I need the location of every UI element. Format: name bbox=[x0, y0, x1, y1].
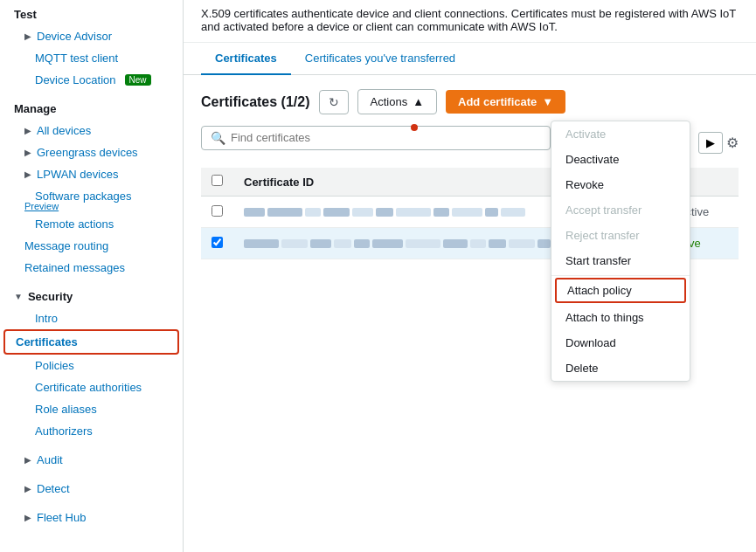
sidebar-item-remote-actions[interactable]: Remote actions bbox=[0, 213, 183, 235]
refresh-button[interactable]: ↻ bbox=[319, 90, 349, 114]
dropdown-item-attach-things[interactable]: Attach to things bbox=[551, 305, 690, 330]
cert-block bbox=[485, 208, 498, 217]
sidebar-item-certificate-authorities[interactable]: Certificate authorities bbox=[0, 376, 183, 398]
dropdown-item-start-transfer[interactable]: Start transfer bbox=[551, 248, 690, 273]
sidebar-item-lpwan-devices[interactable]: ▶ LPWAN devices bbox=[0, 163, 183, 185]
sidebar-item-message-routing[interactable]: Message routing bbox=[0, 235, 183, 257]
cert-block bbox=[352, 208, 373, 217]
sidebar-section-test-header: Test bbox=[0, 3, 183, 25]
cert-block bbox=[489, 239, 506, 248]
cert-block bbox=[267, 208, 302, 217]
dropdown-item-deactivate[interactable]: Deactivate bbox=[551, 147, 690, 172]
sidebar-item-audit[interactable]: ▶ Audit bbox=[0, 449, 183, 471]
sidebar-item-device-location[interactable]: Device Location New bbox=[0, 69, 183, 91]
row1-checkbox-cell bbox=[201, 197, 233, 228]
sidebar-item-role-aliases[interactable]: Role aliases bbox=[0, 398, 183, 420]
sidebar-section-audit: ▶ Audit bbox=[0, 445, 183, 474]
tab-certificates[interactable]: Certificates bbox=[201, 43, 291, 75]
chevron-icon: ▶ bbox=[24, 126, 31, 135]
cert-block bbox=[433, 208, 449, 217]
dropdown-item-download[interactable]: Download bbox=[551, 330, 690, 355]
chevron-icon: ▶ bbox=[24, 148, 31, 157]
search-bar[interactable]: 🔍 bbox=[201, 126, 551, 150]
dropdown-item-reject-transfer[interactable]: Reject transfer bbox=[551, 223, 690, 248]
cert-block bbox=[406, 239, 440, 248]
certificates-title: Certificates (1/2) bbox=[201, 94, 310, 110]
actions-dropdown-menu: Activate Deactivate Revoke Accept transf… bbox=[551, 121, 690, 382]
sidebar: Test ▶ Device Advisor MQTT test client D… bbox=[0, 0, 184, 552]
dropdown-item-revoke[interactable]: Revoke bbox=[551, 172, 690, 197]
cert-block bbox=[354, 239, 370, 248]
chevron-icon: ▶ bbox=[24, 169, 31, 179]
new-badge: New bbox=[125, 74, 151, 86]
main-content: X.509 certificates authenticate device a… bbox=[184, 0, 756, 552]
content-area: Certificates (1/2) ↻ Actions ▲ Add certi… bbox=[184, 75, 756, 273]
actions-button[interactable]: Actions ▲ bbox=[357, 89, 438, 114]
sidebar-section-manage-header: Manage bbox=[0, 98, 183, 120]
cert-block bbox=[244, 239, 279, 248]
dropdown-item-delete[interactable]: Delete bbox=[551, 355, 690, 381]
main-panel: X.509 certificates authenticate device a… bbox=[184, 0, 756, 552]
cert-block bbox=[244, 208, 265, 217]
cert-block bbox=[443, 239, 468, 248]
sidebar-item-certificates[interactable]: Certificates bbox=[5, 331, 177, 353]
sidebar-section-security-header[interactable]: ▼ Security bbox=[0, 286, 183, 307]
cert-block bbox=[310, 239, 331, 248]
table-settings-icon[interactable]: ⚙ bbox=[726, 135, 739, 151]
cert-block bbox=[396, 208, 431, 217]
cert-block bbox=[501, 208, 525, 217]
search-icon: 🔍 bbox=[211, 131, 225, 145]
select-all-checkbox[interactable] bbox=[212, 175, 223, 186]
sidebar-item-greengrass-devices[interactable]: ▶ Greengrass devices bbox=[0, 141, 183, 163]
sidebar-item-all-devices[interactable]: ▶ All devices bbox=[0, 120, 183, 141]
cert-block bbox=[334, 239, 351, 248]
certificates-header: Certificates (1/2) ↻ Actions ▲ Add certi… bbox=[201, 89, 739, 114]
cert-block bbox=[372, 239, 403, 248]
next-page-button[interactable]: ▶ bbox=[698, 132, 723, 154]
chevron-icon: ▶ bbox=[24, 484, 31, 493]
sidebar-item-retained-messages[interactable]: Retained messages bbox=[0, 257, 183, 279]
chevron-icon: ▶ bbox=[24, 513, 31, 522]
sidebar-item-software-packages[interactable]: Software packages Preview bbox=[0, 185, 183, 211]
row1-checkbox[interactable] bbox=[212, 205, 223, 217]
dropdown-item-attach-policy[interactable]: Attach policy bbox=[555, 278, 686, 303]
cert-block bbox=[538, 239, 551, 248]
sidebar-item-intro[interactable]: Intro bbox=[0, 307, 183, 329]
actions-dropdown-icon: ▲ bbox=[413, 95, 424, 108]
sidebar-item-fleet-hub[interactable]: ▶ Fleet Hub bbox=[0, 507, 183, 528]
description-text: X.509 certificates authenticate device a… bbox=[201, 7, 736, 33]
sidebar-item-device-advisor[interactable]: ▶ Device Advisor bbox=[0, 25, 183, 47]
sidebar-item-mqtt-test-client[interactable]: MQTT test client bbox=[0, 47, 183, 69]
chevron-down-icon: ▼ bbox=[14, 292, 23, 301]
test-label: Test bbox=[14, 8, 37, 21]
dropdown-divider bbox=[551, 275, 690, 276]
sidebar-section-fleet-hub: ▶ Fleet Hub bbox=[0, 503, 183, 532]
chevron-icon: ▶ bbox=[24, 31, 31, 41]
dropdown-item-accept-transfer[interactable]: Accept transfer bbox=[551, 197, 690, 223]
cert-block bbox=[323, 208, 350, 217]
search-input[interactable] bbox=[231, 131, 541, 144]
add-cert-dropdown-icon: ▼ bbox=[542, 95, 553, 108]
sidebar-section-test: Test ▶ Device Advisor MQTT test client D… bbox=[0, 0, 183, 94]
chevron-icon: ▶ bbox=[24, 455, 31, 465]
tab-bar: Certificates Certificates you've transfe… bbox=[184, 43, 756, 75]
red-dot bbox=[411, 124, 418, 131]
sidebar-item-detect[interactable]: ▶ Detect bbox=[0, 478, 183, 500]
security-label: Security bbox=[28, 290, 73, 303]
certificates-highlight: Certificates bbox=[3, 329, 179, 355]
cert-block bbox=[376, 208, 393, 217]
tab-transferred[interactable]: Certificates you've transferred bbox=[291, 43, 469, 75]
cert-block bbox=[281, 239, 308, 248]
cert-block bbox=[452, 208, 482, 217]
cert-block bbox=[470, 239, 486, 248]
row2-checkbox[interactable] bbox=[212, 237, 223, 248]
dropdown-item-activate[interactable]: Activate bbox=[551, 121, 690, 147]
add-certificate-button[interactable]: Add certificate ▼ bbox=[446, 90, 565, 114]
cert-block bbox=[305, 208, 321, 217]
manage-label: Manage bbox=[14, 102, 56, 115]
col-header-checkbox bbox=[201, 168, 233, 197]
sidebar-item-policies[interactable]: Policies bbox=[0, 355, 183, 376]
sidebar-item-authorizers[interactable]: Authorizers bbox=[0, 420, 183, 442]
red-dot-indicator bbox=[411, 121, 418, 134]
description-bar: X.509 certificates authenticate device a… bbox=[184, 0, 756, 43]
